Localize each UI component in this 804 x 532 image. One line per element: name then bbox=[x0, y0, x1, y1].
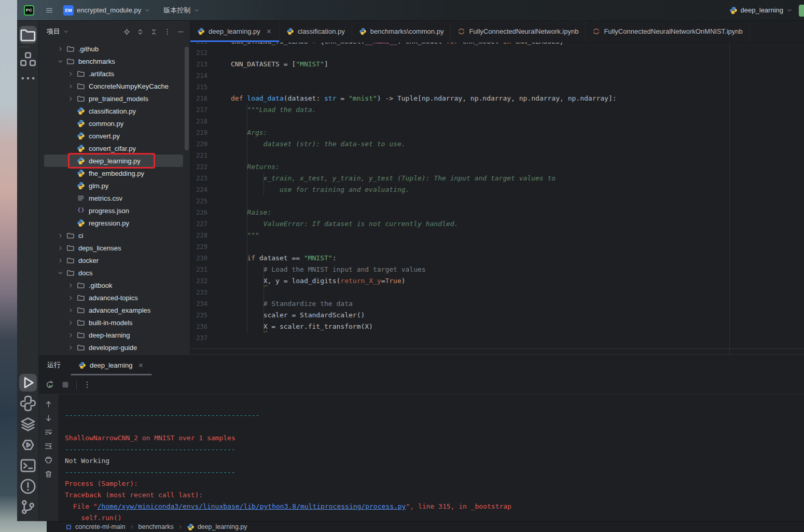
chevron-right-icon[interactable] bbox=[56, 46, 64, 52]
tree-item-gitbook[interactable]: .gitbook bbox=[39, 279, 190, 291]
tab-benchmarks-common-py[interactable]: benchmarks\common.py bbox=[352, 21, 451, 42]
tree-item-ci[interactable]: ci bbox=[39, 229, 190, 242]
code-line: 231 # Load the MNIST input and target va… bbox=[190, 264, 804, 275]
chevron-down-icon[interactable] bbox=[56, 270, 64, 276]
tool-python-console[interactable] bbox=[19, 395, 37, 412]
chevron-right-icon[interactable] bbox=[56, 245, 64, 251]
chevron-right-icon[interactable] bbox=[66, 295, 75, 301]
python-icon bbox=[197, 27, 205, 35]
tab-fullyconnectedneuralnetworkonmnist-ipynb[interactable]: FullyConnectedNeuralNetworkOnMNIST.ipynb bbox=[586, 21, 750, 42]
tool-run[interactable] bbox=[19, 374, 37, 391]
expand-icon[interactable] bbox=[136, 28, 144, 36]
tree-item-deep-learning[interactable]: deep-learning bbox=[39, 329, 190, 341]
tree-item-built-in-models[interactable]: built-in-models bbox=[39, 316, 190, 329]
python-icon bbox=[77, 107, 85, 115]
console-output[interactable]: ----------------------------------------… bbox=[58, 395, 804, 521]
chevron-right-icon[interactable] bbox=[66, 282, 75, 289]
trash-icon[interactable] bbox=[44, 470, 53, 479]
tab-classification-py[interactable]: classification.py bbox=[280, 21, 352, 42]
tree-item-progress-json[interactable]: progress.json bbox=[39, 204, 190, 217]
close-icon[interactable] bbox=[137, 362, 144, 369]
tool-problems[interactable] bbox=[19, 478, 37, 495]
breadcrumb-item-deep-learning-py[interactable]: deep_learning.py bbox=[187, 523, 247, 531]
rerun-icon[interactable] bbox=[45, 380, 54, 389]
code-line: 215 bbox=[190, 81, 804, 93]
arrow-down-icon[interactable] bbox=[44, 414, 53, 423]
chevron-down-icon[interactable] bbox=[56, 58, 64, 65]
tree-item-fhe-embedding-py[interactable]: fhe_embedding.py bbox=[39, 167, 190, 179]
soft-wrap-icon[interactable] bbox=[44, 428, 53, 437]
csv-icon bbox=[77, 194, 85, 202]
collapse-icon[interactable] bbox=[150, 28, 158, 36]
tree-item-pre-trained-models[interactable]: pre_trained_models bbox=[39, 92, 190, 105]
tree-item-common-py[interactable]: common.py bbox=[39, 117, 190, 130]
tree-item-docs[interactable]: docs bbox=[39, 267, 190, 279]
tree-item-deps-licenses[interactable]: deps_licenses bbox=[39, 242, 190, 254]
module-badge: EM bbox=[63, 5, 74, 16]
scroll-end-icon[interactable] bbox=[44, 442, 53, 451]
code-editor[interactable]: 211CNN_STRING_TO_CLASS = {cnn_model.__na… bbox=[190, 43, 804, 348]
tree-item-convert-py[interactable]: convert.py bbox=[39, 130, 190, 142]
tab-deep-learning-py[interactable]: deep_learning.py bbox=[190, 21, 280, 42]
tool-services[interactable] bbox=[19, 415, 37, 433]
tool-terminal[interactable] bbox=[19, 457, 37, 474]
tree-item-deep-learning-py[interactable]: deep_learning.py bbox=[39, 155, 190, 167]
arrow-up-icon[interactable] bbox=[44, 400, 53, 409]
chevron-right-icon[interactable] bbox=[66, 332, 75, 339]
close-icon[interactable] bbox=[266, 28, 272, 35]
stop-icon[interactable] bbox=[61, 380, 70, 389]
tree-item-benchmarks[interactable]: benchmarks bbox=[39, 55, 190, 67]
chevron-right-icon bbox=[129, 524, 135, 530]
tree-item-advanced-examples[interactable]: advanced_examples bbox=[39, 304, 190, 316]
breadcrumb-item-concrete-ml-main[interactable]: concrete-ml-main bbox=[65, 523, 126, 530]
tool-more-tools[interactable] bbox=[19, 69, 37, 87]
file-link[interactable]: /home/xyw/miniconda3/envs/linuxbase/lib/… bbox=[98, 502, 406, 510]
locate-icon[interactable] bbox=[123, 28, 131, 36]
chevron-right-icon[interactable] bbox=[66, 307, 75, 314]
breadcrumb-item-benchmarks[interactable]: benchmarks bbox=[138, 523, 174, 530]
tree-item-convert-cifar-py[interactable]: convert_cifar.py bbox=[39, 142, 190, 155]
tree-item-classification-py[interactable]: classification.py bbox=[39, 105, 190, 117]
tool-run-anything[interactable] bbox=[19, 436, 37, 454]
hide-icon[interactable] bbox=[177, 28, 185, 36]
editor-tab-bar: deep_learning.py classification.py bench… bbox=[190, 21, 804, 43]
tree-item-concretenumpykeycache[interactable]: ConcreteNumpyKeyCache bbox=[39, 80, 190, 92]
tree-item-label: regression.py bbox=[89, 219, 129, 227]
tree-scrollbar-thumb[interactable] bbox=[185, 47, 189, 150]
chevron-right-icon[interactable] bbox=[66, 344, 75, 351]
tool-version-control[interactable] bbox=[19, 498, 37, 516]
run-config-selector[interactable]: deep_learning bbox=[729, 6, 793, 15]
project-panel-title[interactable]: 项目 bbox=[47, 27, 60, 36]
vcs-menu[interactable]: 版本控制 bbox=[163, 6, 200, 15]
tool-project-folder[interactable] bbox=[19, 26, 37, 44]
chevron-right-icon[interactable] bbox=[66, 83, 75, 90]
tree-item-github[interactable]: .github bbox=[39, 43, 190, 55]
chevron-right-icon[interactable] bbox=[66, 95, 75, 102]
run-config-name: deep_learning bbox=[741, 6, 783, 14]
tree-item-docker[interactable]: docker bbox=[39, 254, 190, 267]
tree-item-metrics-csv[interactable]: metrics.csv bbox=[39, 192, 190, 204]
tool-structure[interactable] bbox=[19, 50, 37, 68]
chevron-right-icon[interactable] bbox=[56, 257, 64, 264]
tree-item-regression-py[interactable]: regression.py bbox=[39, 217, 190, 229]
chevron-right-icon[interactable] bbox=[66, 319, 75, 326]
code-line: 214 bbox=[190, 70, 804, 81]
tree-item-glm-py[interactable]: glm.py bbox=[39, 179, 190, 192]
console-line: ----------------------------------------… bbox=[65, 410, 804, 421]
tab-fullyconnectedneuralnetwork-ipynb[interactable]: FullyConnectedNeuralNetwork.ipynb bbox=[451, 21, 586, 42]
chevron-right-icon[interactable] bbox=[56, 232, 64, 239]
more-v-icon[interactable] bbox=[83, 381, 91, 389]
code-line: 223 x_train, x_test, y_train, y_test (Tu… bbox=[190, 173, 804, 184]
printer-icon[interactable] bbox=[44, 456, 53, 465]
tree-item-advanced-topics[interactable]: advanced-topics bbox=[39, 291, 190, 304]
chevron-right-icon[interactable] bbox=[66, 71, 75, 77]
run-panel-title[interactable]: 运行 bbox=[47, 360, 61, 370]
more-v-icon[interactable] bbox=[163, 28, 171, 36]
tree-item-artifacts[interactable]: .artifacts bbox=[39, 67, 190, 80]
run-button[interactable] bbox=[799, 5, 804, 17]
tree-item-developer-guide[interactable]: developer-guide bbox=[39, 341, 190, 354]
run-tab[interactable]: deep_learning bbox=[74, 355, 148, 375]
main-menu-icon[interactable] bbox=[45, 6, 53, 15]
tree-item-label: .artifacts bbox=[89, 70, 114, 78]
file-switcher-menu[interactable]: EM encrypted_module.py bbox=[63, 5, 150, 16]
